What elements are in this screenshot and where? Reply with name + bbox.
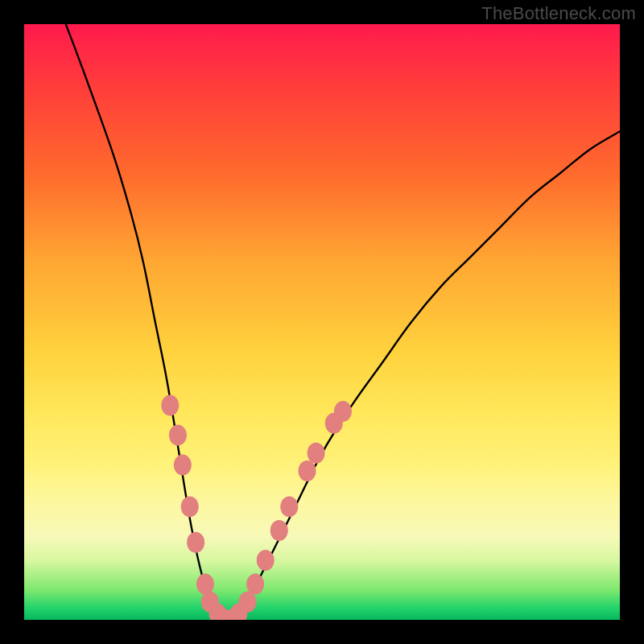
highlight-dot — [299, 460, 316, 481]
highlight-dot — [187, 532, 204, 553]
highlight-dot — [161, 395, 179, 416]
highlight-dot — [334, 401, 352, 422]
bottleneck-curve — [66, 24, 620, 620]
plot-area — [24, 24, 620, 620]
highlight-dot — [257, 550, 275, 571]
highlight-dot — [239, 592, 257, 613]
highlight-dot — [280, 496, 298, 517]
highlight-dot — [174, 455, 192, 476]
watermark-text: TheBottleneck.com — [481, 3, 636, 24]
highlight-dot — [169, 425, 187, 446]
highlight-dot — [181, 496, 199, 517]
highlight-dots — [161, 395, 352, 620]
chart-frame: TheBottleneck.com — [0, 0, 644, 644]
highlight-dot — [270, 520, 288, 541]
highlight-dot — [196, 574, 214, 595]
highlight-dot — [246, 574, 264, 595]
highlight-dot — [308, 443, 325, 464]
curve-svg — [24, 24, 620, 620]
